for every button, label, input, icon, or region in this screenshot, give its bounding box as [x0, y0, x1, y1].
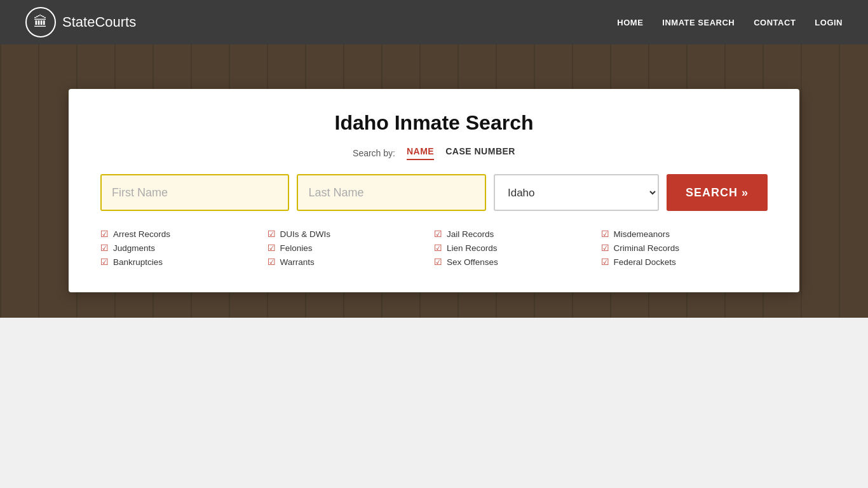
hero-section: COURTHOUSE Idaho Inmate Search Search by… — [0, 44, 868, 318]
last-name-input[interactable] — [297, 174, 485, 211]
checkbox-duis-dwis: ☑ DUIs & DWIs — [268, 229, 435, 239]
checkbox-label-5: Felonies — [280, 243, 313, 253]
header: 🏛 StateCourts HOME INMATE SEARCH CONTACT… — [0, 0, 868, 44]
checkbox-judgments: ☑ Judgments — [100, 243, 268, 253]
checkbox-misdemeanors: ☑ Misdemeanors — [601, 229, 768, 239]
checkbox-label-12: Federal Dockets — [614, 257, 676, 267]
search-by-label: Search by: — [353, 148, 395, 158]
search-inputs-row: Idaho SEARCH » — [100, 174, 768, 211]
checkbox-label-2: Judgments — [113, 243, 155, 253]
logo-area: 🏛 StateCourts — [25, 7, 136, 37]
checkbox-jail-records: ☑ Jail Records — [434, 229, 601, 239]
check-icon-4: ☑ — [268, 229, 276, 239]
checkbox-label-10: Misdemeanors — [614, 229, 670, 239]
check-icon-7: ☑ — [434, 229, 442, 239]
logo-bold: State — [62, 14, 95, 30]
checkbox-label-8: Lien Records — [447, 243, 498, 253]
checkbox-label-9: Sex Offenses — [447, 257, 498, 267]
modal-title: Idaho Inmate Search — [100, 111, 768, 135]
nav: HOME INMATE SEARCH CONTACT LOGIN — [617, 18, 843, 27]
check-icon-5: ☑ — [268, 243, 276, 253]
check-icon-1: ☑ — [100, 229, 109, 239]
checkbox-lien-records: ☑ Lien Records — [434, 243, 601, 253]
tab-case-number[interactable]: CASE NUMBER — [445, 146, 515, 160]
tab-name[interactable]: NAME — [407, 146, 434, 160]
nav-login[interactable]: LOGIN — [815, 18, 843, 27]
state-select[interactable]: Idaho — [494, 174, 659, 211]
checkbox-warrants: ☑ Warrants — [268, 257, 435, 267]
check-icon-12: ☑ — [601, 257, 609, 267]
check-icon-8: ☑ — [434, 243, 442, 253]
search-modal: Idaho Inmate Search Search by: NAME CASE… — [69, 89, 799, 292]
checkbox-label-4: DUIs & DWIs — [280, 229, 331, 239]
nav-contact[interactable]: CONTACT — [754, 18, 796, 27]
nav-inmate-search[interactable]: INMATE SEARCH — [662, 18, 735, 27]
checkbox-label-7: Jail Records — [447, 229, 494, 239]
checkbox-label-11: Criminal Records — [614, 243, 680, 253]
check-icon-9: ☑ — [434, 257, 442, 267]
checkbox-felonies: ☑ Felonies — [268, 243, 435, 253]
checkbox-sex-offenses: ☑ Sex Offenses — [434, 257, 601, 267]
checkbox-arrest-records: ☑ Arrest Records — [100, 229, 268, 239]
search-by-row: Search by: NAME CASE NUMBER — [100, 146, 768, 160]
logo-icon: 🏛 — [25, 7, 56, 37]
checkbox-label-3: Bankruptcies — [113, 257, 163, 267]
check-icon-6: ☑ — [268, 257, 276, 267]
first-name-input[interactable] — [100, 174, 289, 211]
check-icon-3: ☑ — [100, 257, 109, 267]
logo-text: StateCourts — [62, 14, 136, 30]
check-icon-10: ☑ — [601, 229, 609, 239]
checkbox-label-6: Warrants — [280, 257, 315, 267]
checkbox-criminal-records: ☑ Criminal Records — [601, 243, 768, 253]
check-icon-2: ☑ — [100, 243, 109, 253]
checkboxes-grid: ☑ Arrest Records ☑ DUIs & DWIs ☑ Jail Re… — [100, 229, 768, 267]
checkbox-label-1: Arrest Records — [113, 229, 170, 239]
check-icon-11: ☑ — [601, 243, 609, 253]
checkbox-federal-dockets: ☑ Federal Dockets — [601, 257, 768, 267]
search-button[interactable]: SEARCH » — [667, 174, 768, 211]
checkbox-bankruptcies: ☑ Bankruptcies — [100, 257, 268, 267]
nav-home[interactable]: HOME — [617, 18, 643, 27]
logo-normal: Courts — [95, 14, 136, 30]
